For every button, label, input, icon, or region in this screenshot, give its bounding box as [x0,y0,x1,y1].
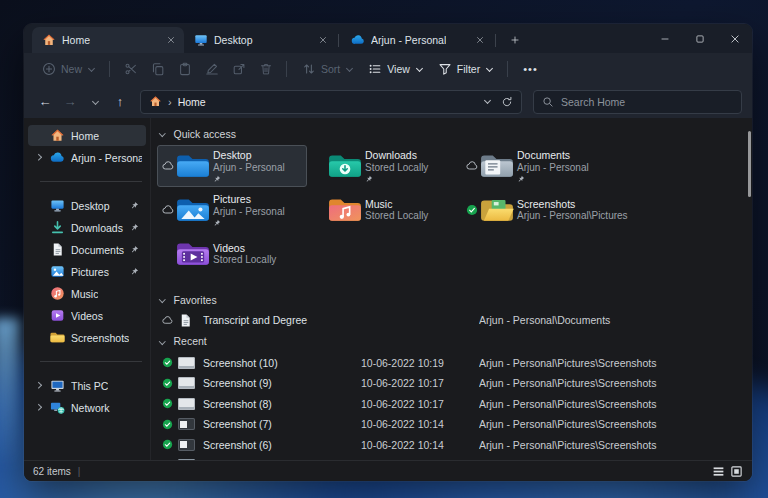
close-tab-icon[interactable] [315,32,331,48]
file-name: Screenshot (6) [203,439,361,451]
command-toolbar: New Sort View Filter ••• [24,53,752,85]
sidebar-item-arjun-personal[interactable]: Arjun - Personal [28,147,146,168]
breadcrumb[interactable]: Home [178,96,206,108]
sort-arrows-icon [302,62,316,76]
breadcrumb-separator: › [168,96,172,108]
recent-file-row[interactable]: Screenshot (6) 10-06-2022 10:14 Arjun - … [159,435,742,456]
section-header-recent[interactable]: Recent [157,333,742,350]
tile-subtitle: Arjun - Personal [517,162,589,174]
maximize-button[interactable] [682,24,717,53]
forward-button[interactable]: → [59,91,81,113]
tile-downloads[interactable]: Downloads Stored Locally [309,145,459,187]
pin-icon [130,223,139,232]
onedrive-icon [50,150,65,165]
see-more-button[interactable]: ••• [515,63,546,75]
tab-arjun-personal[interactable]: Arjun - Personal [341,27,493,53]
sidebar-item-pictures[interactable]: Pictures [28,261,146,282]
recent-locations-button[interactable] [84,91,106,113]
sidebar-item-screenshots[interactable]: Screenshots [28,327,146,348]
close-tab-icon[interactable] [472,32,488,48]
share-button[interactable] [225,57,252,81]
copy-button[interactable] [144,57,171,81]
file-name: Screenshot (5) [203,459,361,460]
recent-file-row[interactable]: Screenshot (7) 10-06-2022 10:14 Arjun - … [159,414,742,435]
chevron-right-icon[interactable] [35,404,41,410]
file-date: 10-06-2022 10:17 [361,377,479,389]
download-icon [50,220,65,235]
back-button[interactable]: ← [34,91,56,113]
sidebar-item-videos[interactable]: Videos [28,305,146,326]
cut-button[interactable] [117,57,144,81]
pin-icon [130,267,139,276]
tile-documents[interactable]: Documents Arjun - Personal [461,145,611,187]
tile-subtitle: Arjun - Personal [213,206,285,218]
tile-pictures[interactable]: Pictures Arjun - Personal [157,189,307,231]
sidebar-item-documents[interactable]: Documents [28,239,146,260]
sidebar-item-home[interactable]: Home [28,125,146,146]
file-path: Arjun - Personal\Pictures\Screenshots [479,459,742,460]
file-date: 10-06-2022 10:14 [361,418,479,430]
details-view-icon[interactable] [712,465,725,478]
address-bar-row: ← → ↑ › Home [24,85,752,118]
tile-videos[interactable]: Videos Stored Locally [157,233,307,275]
recent-file-row[interactable]: Screenshot (5) 10-06-2022 09:31 Arjun - … [159,455,742,460]
screenshot-thumbnail [178,418,198,430]
music-icon [50,286,65,301]
section-header-quick-access[interactable]: Quick access [157,125,742,142]
sidebar-separator [40,181,142,182]
chevron-down-icon [88,64,95,71]
sidebar-item-music[interactable]: Music [28,283,146,304]
tab-home[interactable]: Home [32,27,184,53]
documents-folder-icon [480,151,514,181]
tile-music[interactable]: Music Stored Locally [309,189,459,231]
tile-desktop[interactable]: Desktop Arjun - Personal [157,145,307,187]
tile-screenshots[interactable]: Screenshots Arjun - Personal\Pictures [461,189,611,231]
recent-file-row[interactable]: Screenshot (10) 10-06-2022 10:19 Arjun -… [159,353,742,374]
pictures-folder-icon [176,195,210,225]
new-button[interactable]: New [34,57,102,81]
downloads-folder-icon [328,151,362,181]
file-path: Arjun - Personal\Pictures\Screenshots [479,439,742,451]
sidebar-item-network[interactable]: Network [28,397,146,418]
file-name: Screenshot (7) [203,418,361,430]
desktop-icon [194,33,208,47]
status-bar: 62 items | [24,460,752,481]
sidebar-item-desktop[interactable]: Desktop [28,195,146,216]
scrollbar[interactable] [748,131,751,197]
file-path: Arjun - Personal\Documents [479,314,742,326]
favorite-file-row[interactable]: Transcript and Degree Arjun - Personal\D… [159,310,742,331]
up-button[interactable]: ↑ [109,91,131,113]
sidebar-item-downloads[interactable]: Downloads [28,217,146,238]
delete-button[interactable] [252,57,279,81]
document-icon [50,242,65,257]
sync-check-icon [159,378,175,389]
chevron-right-icon[interactable] [35,382,41,388]
view-button[interactable]: View [360,57,430,81]
plus-icon [510,35,520,45]
section-header-favorites[interactable]: Favorites [157,291,742,308]
chevron-right-icon[interactable] [35,154,41,160]
file-name: Screenshot (8) [203,398,361,410]
file-date: 10-06-2022 09:31 [361,459,479,460]
rename-button[interactable] [198,57,225,81]
tab-desktop[interactable]: Desktop [184,27,336,53]
large-icons-view-icon[interactable] [730,465,743,478]
refresh-icon[interactable] [501,96,513,108]
sort-button[interactable]: Sort [294,57,360,81]
filter-button[interactable]: Filter [430,57,500,81]
search-input[interactable] [561,96,733,108]
desktop-icon [50,198,65,213]
search-box[interactable] [533,90,742,114]
sidebar-item-this-pc[interactable]: This PC [28,375,146,396]
paste-button[interactable] [171,57,198,81]
recent-file-row[interactable]: Screenshot (8) 10-06-2022 10:17 Arjun - … [159,394,742,415]
sort-button-label: Sort [321,63,340,75]
close-tab-icon[interactable] [163,32,179,48]
recent-file-row[interactable]: Screenshot (9) 10-06-2022 10:17 Arjun - … [159,373,742,394]
chevron-down-icon[interactable] [484,97,491,104]
address-bar[interactable]: › Home [140,90,522,114]
minimize-button[interactable] [647,24,682,53]
new-tab-button[interactable] [504,29,526,51]
close-button[interactable] [717,24,752,53]
tile-name: Videos [213,242,276,255]
